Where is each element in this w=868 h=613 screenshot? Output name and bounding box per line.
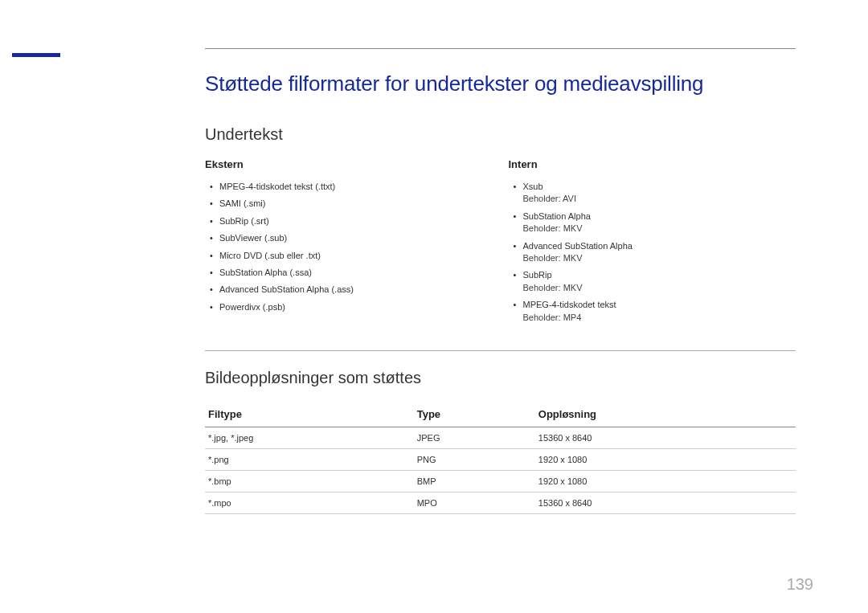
- list-item: XsubBeholder: AVI: [509, 178, 796, 208]
- list-item: SubStation AlphaBeholder: MKV: [509, 208, 796, 238]
- list-item: MPEG-4-tidskodet tekstBeholder: MP4: [509, 296, 796, 326]
- table-row: *.mpo MPO 15360 x 8640: [205, 492, 796, 513]
- internal-column: Intern XsubBeholder: AVI SubStation Alph…: [509, 158, 796, 326]
- list-item: SubRip (.srt): [205, 213, 493, 230]
- table-row: *.jpg, *.jpeg JPEG 15360 x 8640: [205, 427, 796, 448]
- list-item: MPEG-4-tidskodet tekst (.ttxt): [205, 178, 493, 195]
- list-item: SAMI (.smi): [205, 195, 493, 212]
- list-item: Advanced SubStation Alpha (.ass): [205, 281, 493, 298]
- table-header-filetype: Filtype: [205, 402, 414, 427]
- page-number: 139: [787, 575, 813, 594]
- list-item: Micro DVD (.sub eller .txt): [205, 247, 493, 264]
- list-item: Powerdivx (.psb): [205, 299, 493, 316]
- internal-heading: Intern: [509, 158, 796, 170]
- internal-list: XsubBeholder: AVI SubStation AlphaBehold…: [509, 178, 796, 326]
- list-item: SubRipBeholder: MKV: [509, 267, 796, 296]
- table-header-type: Type: [414, 402, 535, 427]
- section-image-resolutions: Bildeoppløsninger som støttes: [205, 369, 796, 387]
- resolutions-table: Filtype Type Oppløsning *.jpg, *.jpeg JP…: [205, 402, 796, 514]
- table-header-resolution: Oppløsning: [535, 402, 796, 427]
- list-item: Advanced SubStation AlphaBeholder: MKV: [509, 238, 796, 268]
- subtitle-columns: Ekstern MPEG-4-tidskodet tekst (.ttxt) S…: [205, 158, 796, 326]
- table-row: *.bmp BMP 1920 x 1080: [205, 470, 796, 492]
- table-row: *.png PNG 1920 x 1080: [205, 448, 796, 470]
- list-item: SubStation Alpha (.ssa): [205, 264, 493, 281]
- section-divider: [205, 350, 796, 351]
- page-content: Støttede filformater for undertekster og…: [0, 0, 868, 514]
- top-divider: [205, 48, 796, 49]
- accent-bar: [12, 53, 60, 57]
- external-column: Ekstern MPEG-4-tidskodet tekst (.ttxt) S…: [205, 158, 493, 326]
- page-title: Støttede filformater for undertekster og…: [205, 72, 796, 96]
- external-list: MPEG-4-tidskodet tekst (.ttxt) SAMI (.sm…: [205, 178, 493, 316]
- list-item: SubViewer (.sub): [205, 230, 493, 247]
- external-heading: Ekstern: [205, 158, 493, 170]
- section-subtitle: Undertekst: [205, 125, 796, 144]
